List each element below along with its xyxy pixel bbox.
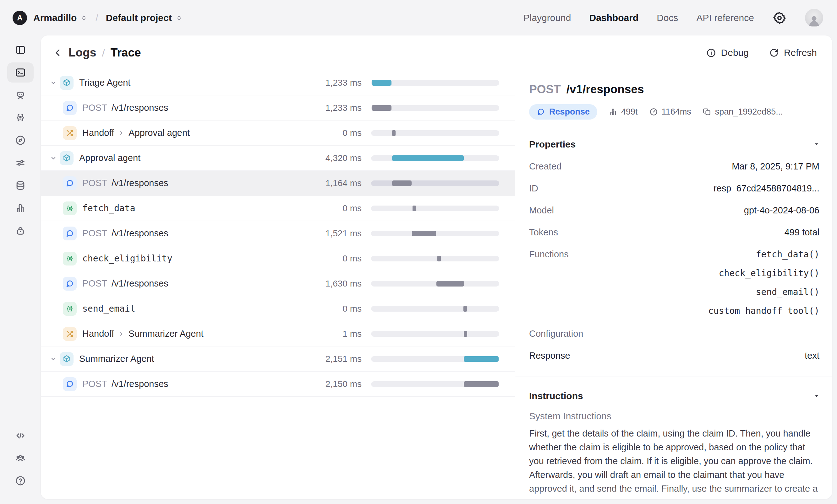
- property-label: Functions: [529, 249, 569, 260]
- function-label: check_eligibility: [82, 253, 173, 264]
- sidebar-item-storage[interactable]: [7, 175, 34, 195]
- refresh-button[interactable]: Refresh: [769, 48, 817, 58]
- chevron-down-icon[interactable]: [50, 79, 57, 87]
- chevron-down-icon[interactable]: [50, 154, 57, 162]
- cube-icon: [62, 78, 71, 87]
- trace-row-fn[interactable]: fetch_data0 ms: [41, 196, 515, 221]
- configuration-subheader: Configuration: [529, 329, 819, 339]
- copy-icon: [702, 107, 712, 116]
- chat-bubble-icon: [63, 176, 77, 190]
- trace-row-span[interactable]: POST/v1/responses2,150 ms: [41, 372, 515, 397]
- duration-label: 0 ms: [308, 254, 362, 264]
- span-method: POST: [82, 278, 107, 288]
- function-label: send_email: [82, 303, 136, 314]
- debug-button[interactable]: Debug: [706, 48, 749, 58]
- instructions-header[interactable]: Instructions: [529, 391, 819, 402]
- nav-link-docs[interactable]: Docs: [657, 13, 678, 23]
- timeline-bar: [463, 306, 467, 312]
- trace-row-left: Triage Agent: [50, 76, 308, 90]
- instructions-body: First, get the details of the claim, usi…: [529, 427, 818, 499]
- project-selector[interactable]: Default project: [106, 13, 183, 23]
- breadcrumb-logs-link[interactable]: Logs: [69, 46, 96, 59]
- property-label: ID: [529, 183, 538, 194]
- trace-row-span[interactable]: POST/v1/responses1,164 ms: [41, 171, 515, 196]
- back-chevron-icon[interactable]: [53, 48, 63, 58]
- duration-label: 0 ms: [308, 304, 362, 314]
- latency-badge: 1164ms: [649, 107, 691, 117]
- properties-header[interactable]: Properties: [529, 139, 819, 150]
- property-row: IDresp_67cd24588704819...: [529, 183, 819, 194]
- sidebar-item-panel-toggle[interactable]: [7, 40, 34, 60]
- org-name: Armadillo: [33, 13, 77, 23]
- trace-row-agent[interactable]: Summarizer Agent2,151 ms: [41, 347, 515, 372]
- info-icon: [706, 48, 716, 58]
- robot-icon: [15, 90, 26, 101]
- trace-row-handoff[interactable]: HandoffApproval agent0 ms: [41, 120, 515, 146]
- bar-chart-icon: [15, 202, 26, 214]
- span-id-badge[interactable]: span_1992ed85...: [702, 107, 783, 117]
- breadcrumb: A Armadillo / Default project: [13, 11, 183, 25]
- agent-label: Triage Agent: [79, 77, 130, 88]
- trace-row-span[interactable]: POST/v1/responses1,630 ms: [41, 271, 515, 296]
- handoff-label: Handoff: [82, 128, 114, 138]
- timeline-bar: [372, 105, 391, 111]
- chevron-down-icon[interactable]: [50, 355, 57, 363]
- chat-bubble-icon: [63, 227, 77, 240]
- sidebar-item-help[interactable]: [7, 471, 34, 491]
- user-avatar[interactable]: [805, 9, 823, 27]
- span-path: /v1/responses: [567, 83, 644, 96]
- terminal-icon: [15, 67, 26, 78]
- trace-row-agent[interactable]: Approval agent4,320 ms: [41, 146, 515, 171]
- nav-link-playground[interactable]: Playground: [523, 13, 571, 23]
- property-row: CreatedMar 8, 2025, 9:17 PM: [529, 161, 819, 172]
- trace-row-fn[interactable]: check_eligibility0 ms: [41, 246, 515, 271]
- chat-bubble-icon: [65, 229, 74, 238]
- refresh-icon: [769, 48, 779, 58]
- sidebar-item-explore[interactable]: [7, 130, 34, 150]
- trace-row-span[interactable]: POST/v1/responses1,521 ms: [41, 221, 515, 246]
- org-selector[interactable]: Armadillo: [33, 13, 88, 23]
- trace-row-handoff[interactable]: HandoffSummarizer Agent1 ms: [41, 321, 515, 347]
- top-nav-links: PlaygroundDashboardDocsAPI reference: [523, 9, 823, 27]
- sidebar-item-threads[interactable]: [7, 108, 34, 128]
- duration-label: 4,320 ms: [308, 153, 362, 163]
- trace-row-left: POST/v1/responses: [50, 176, 308, 190]
- timeline-bar: [412, 206, 416, 211]
- trace-row-span[interactable]: POST/v1/responses1,233 ms: [41, 95, 515, 120]
- duration-label: 0 ms: [308, 203, 362, 213]
- function-icon: [65, 254, 74, 263]
- sidebar-item-fine-tuning[interactable]: [7, 153, 34, 173]
- compass-icon: [15, 135, 26, 146]
- sidebar-item-code-examples[interactable]: [7, 426, 34, 446]
- function-icon: [63, 302, 77, 316]
- sidebar-item-community[interactable]: [7, 448, 34, 468]
- sidebar-item-usage[interactable]: [7, 198, 34, 218]
- sidebar-item-assistants[interactable]: [7, 85, 34, 105]
- braces-icon: [15, 112, 26, 123]
- property-label: Model: [529, 205, 554, 216]
- chat-bubble-icon: [537, 108, 545, 116]
- caret-down-icon: [814, 142, 819, 147]
- timeline-bar: [464, 381, 499, 387]
- gear-icon[interactable]: [772, 11, 787, 25]
- timeline-track: [371, 306, 499, 312]
- nav-link-dashboard[interactable]: Dashboard: [589, 13, 639, 23]
- timeline-track: [371, 281, 499, 286]
- configuration-row: Responsetext: [529, 351, 819, 361]
- nav-link-api-reference[interactable]: API reference: [697, 13, 754, 23]
- timeline-bar: [392, 130, 395, 136]
- trace-row-left: Summarizer Agent: [50, 352, 308, 366]
- function-icon: [63, 202, 77, 215]
- trace-row-left: fetch_data: [50, 202, 308, 215]
- function-value: fetch_data(): [756, 249, 819, 260]
- sidebar-item-api-keys[interactable]: [7, 221, 34, 241]
- chat-bubble-icon: [65, 179, 74, 188]
- trace-row-agent[interactable]: Triage Agent1,233 ms: [41, 70, 515, 95]
- sidebar-item-logs[interactable]: [7, 62, 34, 82]
- duration-label: 1,233 ms: [308, 78, 362, 88]
- span-path: /v1/responses: [111, 228, 168, 238]
- trace-row-fn[interactable]: send_email0 ms: [41, 296, 515, 321]
- agent-label: Approval agent: [79, 153, 140, 163]
- chat-bubble-icon: [65, 104, 74, 112]
- configuration-label: Response: [529, 351, 570, 361]
